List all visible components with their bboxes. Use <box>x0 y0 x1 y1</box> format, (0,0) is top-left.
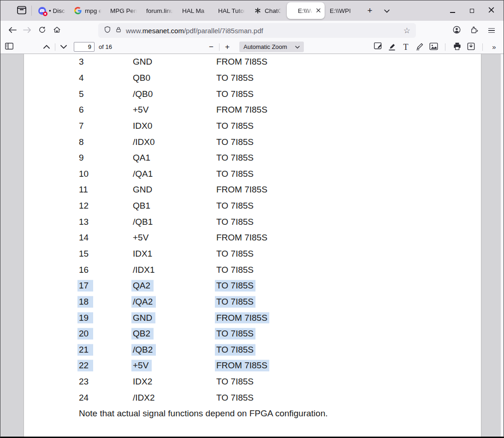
toggle-sidebar-button[interactable] <box>4 42 15 53</box>
zoom-select[interactable]: Automatic Zoom <box>239 42 304 52</box>
url-text: www.mesanet.com/pdf/parallel/7i85sman.pd… <box>126 27 403 35</box>
reload-button[interactable] <box>35 23 49 38</box>
direction-cell: TO 7I85S <box>215 296 255 308</box>
pdf-toolbar-left: of 16 <box>4 42 112 53</box>
pdf-viewer[interactable]: 3GNDFROM 7I85S4QB0TO 7I85S5/QB0TO 7I85S6… <box>0 54 504 437</box>
close-window-button[interactable] <box>485 5 497 17</box>
pin-cell: 22 <box>77 360 93 372</box>
maximize-button[interactable] <box>466 5 478 17</box>
direction-cell: FROM 7I85S <box>215 56 269 68</box>
tab[interactable]: E:\\WPI <box>326 2 361 19</box>
direction-cell: FROM 7I85S <box>215 232 269 244</box>
pdf-note-text: Note that actual signal functions depend… <box>79 408 481 419</box>
signal-cell: QA1 <box>131 152 154 164</box>
save-button[interactable] <box>466 42 476 52</box>
signal-cell: +5V <box>131 104 152 116</box>
pin-cell: 9 <box>77 152 89 164</box>
direction-cell: TO 7I85S <box>215 264 255 276</box>
url-bar[interactable]: www.mesanet.com/pdf/parallel/7i85sman.pd… <box>98 23 416 38</box>
draw-tool-button[interactable] <box>415 42 425 52</box>
puzzle-icon <box>470 26 478 36</box>
tab[interactable]: ChatGP <box>251 2 285 19</box>
table-row: 13/QB1TO 7I85S <box>24 214 481 230</box>
pin-cell: 4 <box>77 72 89 84</box>
tab-active[interactable]: E:\\W <box>287 2 325 19</box>
table-row: 18/QA2TO 7I85S <box>24 294 481 310</box>
add-image-button[interactable] <box>428 42 439 52</box>
table-row: 8/IDX0TO 7I85S <box>24 134 481 150</box>
menu-button[interactable] <box>484 23 499 38</box>
pen-icon <box>415 42 424 52</box>
direction-cell: TO 7I85S <box>215 120 255 132</box>
direction-cell: TO 7I85S <box>215 248 255 260</box>
hamburger-menu-icon <box>488 28 495 33</box>
signal-cell: IDX0 <box>131 120 155 132</box>
discord-icon <box>38 7 46 15</box>
shield-icon[interactable] <box>104 25 111 36</box>
highlight-tool-button[interactable] <box>387 42 397 52</box>
table-row: 15IDX1TO 7I85S <box>24 246 481 262</box>
url-path: /pdf/parallel/7i85sman.pdf <box>184 27 263 35</box>
table-row: 24/IDX2TO 7I85S <box>24 390 481 406</box>
extensions-button[interactable] <box>467 23 481 38</box>
url-domain: mesanet.com <box>142 27 184 35</box>
reload-icon <box>38 26 46 35</box>
account-icon <box>452 25 461 36</box>
text-icon: T <box>403 43 409 51</box>
new-tab-button[interactable]: + <box>363 4 376 17</box>
tab[interactable]: forum.linu <box>143 2 177 19</box>
firefox-view-icon <box>17 6 26 16</box>
tab-label: HAL Ma <box>182 7 210 14</box>
more-tools-button[interactable]: » <box>489 42 499 52</box>
pin-cell: 14 <box>77 232 93 244</box>
lock-icon[interactable] <box>115 26 122 36</box>
forward-button[interactable] <box>20 23 35 38</box>
table-row: 5/QB0TO 7I85S <box>24 86 481 102</box>
pdf-page: 3GNDFROM 7I85S4QB0TO 7I85S5/QB0TO 7I85S6… <box>24 54 481 437</box>
pin-cell: 18 <box>77 296 93 308</box>
bookmark-star-icon[interactable]: ☆ <box>403 26 410 36</box>
account-button[interactable] <box>449 23 464 38</box>
tab-label: mpg en <box>85 7 102 14</box>
tab[interactable]: mpg en <box>71 2 105 19</box>
table-row: 11GNDFROM 7I85S <box>24 182 481 198</box>
tab-strip: • Discompg enMPG Pendforum.linuHAL MaHAL… <box>35 0 361 21</box>
pdf-toolbar: of 16 − + Automatic Zoom <box>0 40 504 54</box>
page-number-input[interactable] <box>74 42 95 52</box>
direction-cell: TO 7I85S <box>215 344 255 355</box>
table-row: 7IDX0TO 7I85S <box>24 118 481 134</box>
table-row: 21/QB2TO 7I85S <box>24 342 481 358</box>
direction-cell: FROM 7I85S <box>215 312 269 324</box>
firefox-view-button[interactable] <box>14 3 29 18</box>
signal-cell: IDX1 <box>131 248 155 260</box>
back-button[interactable] <box>5 23 20 38</box>
signal-cell: +5V <box>131 360 152 372</box>
zoom-out-button[interactable]: − <box>206 42 216 53</box>
home-button[interactable] <box>49 23 64 38</box>
tab[interactable]: MPG Pend <box>107 2 141 19</box>
google-icon <box>74 7 82 15</box>
print-button[interactable] <box>452 42 462 52</box>
previous-page-button[interactable] <box>41 42 52 53</box>
tab-label: E:\\W <box>291 7 313 14</box>
list-all-tabs-button[interactable] <box>381 4 393 17</box>
table-row: 22+5VFROM 7I85S <box>24 358 481 374</box>
pin-table: 3GNDFROM 7I85S4QB0TO 7I85S5/QB0TO 7I85S6… <box>24 54 481 406</box>
vertical-scrollbar[interactable] <box>501 54 504 437</box>
chatgpt-icon <box>254 7 262 15</box>
tab-close-icon[interactable] <box>316 7 321 14</box>
direction-cell: TO 7I85S <box>215 168 255 180</box>
zoom-in-button[interactable]: + <box>222 42 232 53</box>
next-page-button[interactable] <box>58 42 69 53</box>
text-tool-button[interactable]: T <box>401 42 411 52</box>
tab[interactable]: • Disco <box>35 2 69 19</box>
direction-cell: TO 7I85S <box>215 136 255 148</box>
pin-cell: 13 <box>77 216 93 228</box>
signal-cell: QA2 <box>131 280 154 292</box>
minimize-button[interactable] <box>446 5 458 17</box>
tab-label: forum.linu <box>146 7 174 14</box>
tab[interactable]: HAL Ma <box>179 2 213 19</box>
signature-tool-button[interactable] <box>373 42 383 52</box>
tab[interactable]: HAL Tutori <box>215 2 249 19</box>
table-row: 10/QA1TO 7I85S <box>24 166 481 182</box>
